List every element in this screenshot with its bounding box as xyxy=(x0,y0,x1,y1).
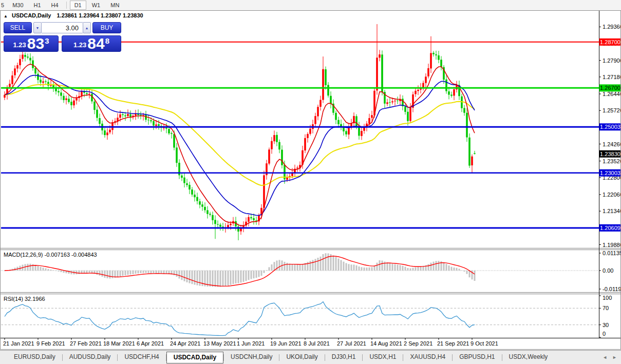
buy-price-big: 84 xyxy=(87,36,104,51)
candle-body xyxy=(60,92,62,95)
axis-label: 1.28700 xyxy=(600,39,620,45)
timeframe-button-h1[interactable]: H1 xyxy=(29,1,46,10)
macd-histogram-bar xyxy=(258,271,260,277)
macd-histogram-bar xyxy=(192,271,193,284)
chart-tab-usdchf[interactable]: USDCHF,H4 xyxy=(118,351,165,363)
candle-body xyxy=(50,85,52,86)
chart-tab-gbpusd[interactable]: GBPUSD,H1 xyxy=(453,351,501,363)
macd-indicator-label: MACD(12,26,9) -0.007163 -0.004843 xyxy=(4,252,97,258)
price-axis[interactable]: 1.293601.286401.279001.271801.264401.257… xyxy=(599,24,620,337)
chart-tab-xauusd[interactable]: XAUUSD,H4 xyxy=(403,351,452,363)
candle-body xyxy=(111,122,114,130)
horizontal-lines[interactable] xyxy=(1,42,599,228)
tab-scroll-left[interactable]: ◄ xyxy=(603,355,607,360)
macd-histogram-bar xyxy=(127,271,129,275)
buy-button[interactable]: BUY xyxy=(92,22,121,33)
candle-body xyxy=(345,131,347,134)
candle-body xyxy=(474,153,476,154)
macd-histogram-bar xyxy=(140,271,142,273)
timeframe-button-5[interactable]: 5 xyxy=(0,1,7,10)
volume-decrease-button[interactable]: ▼ xyxy=(33,22,42,33)
timeframe-button-m30[interactable]: M30 xyxy=(8,1,28,10)
macd-histogram-bar xyxy=(43,267,44,271)
axis-label: 1.19880 xyxy=(603,242,620,248)
timeframe-button-w1[interactable]: W1 xyxy=(87,1,105,10)
candle-body xyxy=(158,124,160,126)
axis-label: 14 Aug 2021 xyxy=(370,340,402,347)
chart-ohlc-values: 1.23861 1.23964 1.23807 1.23830 xyxy=(57,12,143,18)
candles[interactable] xyxy=(4,24,476,240)
axis-label: 0.00 xyxy=(603,267,613,274)
chart-tab-dj30[interactable]: DJ30,H1 xyxy=(325,351,363,363)
candle-body xyxy=(191,189,193,195)
macd-histogram-bar xyxy=(315,259,316,271)
chart-tab-audusd[interactable]: AUDUSD,Daily xyxy=(63,351,118,363)
macd-histogram-bar xyxy=(264,271,265,273)
volume-input[interactable] xyxy=(42,22,83,33)
macd-histogram-bar xyxy=(302,264,304,271)
macd-histogram-bar xyxy=(279,260,280,271)
axis-label: 30 xyxy=(603,322,609,328)
macd-histogram-bar xyxy=(341,260,342,271)
candle-body xyxy=(415,91,417,94)
macd-histogram-bar xyxy=(274,262,275,271)
macd-histogram-bar xyxy=(97,271,98,275)
macd-histogram-bar xyxy=(387,262,388,271)
candle-body xyxy=(155,124,157,126)
candle-body xyxy=(45,81,47,82)
candle-body xyxy=(466,113,468,138)
chart-tab-usdcad[interactable]: USDCAD,Daily xyxy=(166,352,223,363)
axis-label: 0 xyxy=(603,331,606,337)
candle-body xyxy=(263,175,265,207)
candle-body xyxy=(438,55,440,60)
price-chart-canvas[interactable]: 1.293601.286401.279001.271801.264401.257… xyxy=(1,11,620,349)
macd-histogram-bar xyxy=(91,271,93,273)
chart-title-bar: ▲ USDCAD,Daily 1.23861 1.23964 1.23807 1… xyxy=(4,12,143,18)
volume-control: ▼ ▲ xyxy=(33,22,91,33)
candle-body xyxy=(417,90,419,91)
candle-body xyxy=(389,102,391,103)
candle-body xyxy=(40,80,42,83)
candle-body xyxy=(304,138,306,150)
chart-tab-usdx[interactable]: USDX,Weekly xyxy=(502,351,555,363)
candle-body xyxy=(42,81,44,83)
chart-tab-ukoil[interactable]: UKOil,Daily xyxy=(279,351,324,363)
chart-tab-eurusd[interactable]: EURUSD,Daily xyxy=(7,351,62,363)
macd-histogram-bar xyxy=(45,269,47,271)
tab-scroll-right[interactable]: ► xyxy=(612,355,617,360)
timeframe-button-d1[interactable]: D1 xyxy=(70,1,86,10)
panel-collapse-icon[interactable]: ▲ xyxy=(4,14,8,18)
timeframe-button-mn[interactable]: MN xyxy=(106,1,124,10)
candle-body xyxy=(322,69,324,100)
axis-label: 19 Jun 2021 xyxy=(270,340,302,347)
chart-tab-usdx[interactable]: USDX,H1 xyxy=(363,351,403,363)
candle-body xyxy=(361,131,363,136)
candle-body xyxy=(450,94,453,95)
candle-body xyxy=(445,80,447,91)
candle-body xyxy=(127,114,129,116)
axis-label: 8 Jul 2021 xyxy=(304,340,330,347)
candle-body xyxy=(386,102,388,104)
macd-histogram-bar xyxy=(389,263,391,271)
rsi-pane xyxy=(5,302,475,336)
macd-histogram-bar xyxy=(153,271,155,273)
macd-histogram-bar xyxy=(125,271,126,275)
axis-label: 70 xyxy=(603,305,609,311)
chart-tab-usdcnh[interactable]: USDCNH,Daily xyxy=(224,351,279,363)
macd-histogram-bar xyxy=(122,271,124,276)
macd-histogram-bar xyxy=(55,271,57,271)
macd-histogram-bar xyxy=(53,270,54,271)
candle-body xyxy=(206,210,209,214)
sell-button[interactable]: SELL xyxy=(4,22,32,33)
timeframe-button-h4[interactable]: H4 xyxy=(47,1,63,10)
sell-price-display[interactable]: 1.23833 xyxy=(4,35,59,52)
volume-increase-button[interactable]: ▲ xyxy=(83,22,91,33)
date-axis[interactable]: 21 Jan 20219 Feb 202127 Feb 202118 Mar 2… xyxy=(3,338,498,347)
macd-histogram-bar xyxy=(402,266,404,271)
macd-histogram-bar xyxy=(292,264,293,271)
macd-histogram-bar xyxy=(102,271,103,277)
macd-histogram-bar xyxy=(50,270,52,271)
macd-histogram-bar xyxy=(356,265,357,271)
buy-price-display[interactable]: 1.23848 xyxy=(62,35,121,52)
timeframe-toolbar: 5M30H1H4D1W1MN xyxy=(0,0,621,10)
